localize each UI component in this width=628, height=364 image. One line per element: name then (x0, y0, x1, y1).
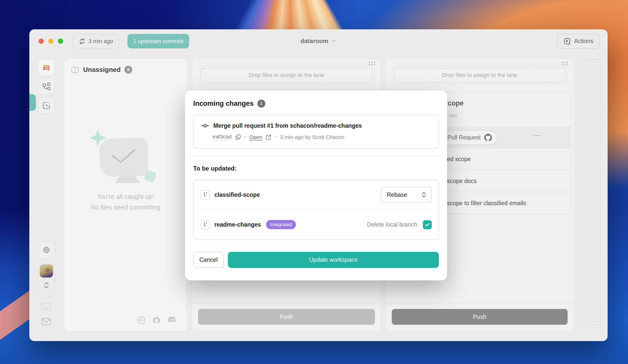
app-window: 3 min ago 1 upstream commits dataroom Ac… (29, 29, 608, 341)
incoming-changes-modal: Incoming changes 1 Merge pull request #1… (185, 90, 447, 280)
delete-local-branch-label: Delete local branch (367, 221, 417, 228)
cancel-button[interactable]: Cancel (193, 252, 224, 268)
keyboard-shortcuts-button[interactable] (41, 302, 52, 311)
branch-icon (200, 190, 210, 200)
branch-icon (200, 220, 210, 229)
modal-buttons: Cancel Update workspace (193, 252, 439, 268)
workbench-icon (42, 62, 51, 72)
mail-icon (41, 317, 51, 326)
external-link-icon[interactable] (266, 134, 272, 140)
commit-title: Merge pull request #1 from schacon/readm… (213, 122, 362, 129)
commit-icon (201, 122, 209, 129)
branch-card-title: cope (448, 99, 464, 107)
dropzone-hint: Drop files to assign to the lane (442, 72, 517, 79)
profile-switcher[interactable] (38, 262, 55, 298)
branch-name: readme-changes (214, 221, 261, 228)
sync-time-label: 3 min ago (88, 38, 113, 45)
unassigned-title: Unassigned (83, 66, 121, 74)
to-be-updated-label: To be updated: (193, 165, 237, 172)
branches-icon (42, 82, 51, 91)
user-avatar (40, 264, 53, 278)
minimize-button[interactable] (48, 38, 54, 44)
workspace-tab-button[interactable] (38, 59, 55, 76)
history-clock-icon (42, 101, 51, 110)
drag-grip-icon[interactable] (560, 61, 569, 66)
actions-button[interactable]: Actions (557, 34, 599, 49)
lane-center-footer: Push (192, 303, 381, 331)
zoom-button[interactable] (58, 38, 63, 44)
incoming-commit-card: Merge pull request #1 from schacon/readm… (193, 115, 439, 149)
strategy-select[interactable]: Rebase (381, 187, 432, 203)
discord-icon[interactable] (167, 316, 177, 324)
window-controls (38, 38, 63, 44)
commit-sha-link[interactable]: eaf3cad (213, 134, 232, 140)
titlebar: 3 min ago 1 upstream commits dataroom Ac… (29, 29, 608, 53)
modal-title-row: Incoming changes 1 (193, 100, 265, 108)
unassigned-panel: Unassigned 0 You're all caught up! No fi… (64, 58, 187, 332)
dropzone-right[interactable]: Drop files to assign to the lane (392, 66, 568, 85)
sync-button[interactable]: 3 min ago (73, 34, 119, 48)
empty-title: You're all caught up! (97, 191, 154, 202)
sync-icon (79, 38, 85, 45)
dropzone-center[interactable]: Drop files to assign to the lane (198, 66, 375, 85)
monitor-shape (99, 137, 149, 177)
modal-count-badge: 1 (257, 100, 265, 108)
caught-up-illustration (93, 133, 159, 191)
modal-title: Incoming changes (193, 100, 254, 108)
update-workspace-button[interactable]: Update workspace (228, 252, 439, 268)
branch-row-classified-scope: classified-scope Rebase (194, 180, 438, 210)
changelog-icon[interactable] (137, 316, 146, 325)
drawer-handle[interactable] (29, 94, 36, 111)
delete-branch-checkbox[interactable] (423, 220, 432, 229)
github-icon (484, 134, 492, 141)
branch-update-list: classified-scope Rebase readme-changes I… (193, 180, 439, 240)
unassigned-header: Unassigned 0 (64, 59, 187, 81)
modal-divider (185, 156, 447, 157)
select-chevrons-icon (421, 191, 427, 198)
open-source-icon[interactable] (152, 316, 161, 325)
close-button[interactable] (38, 38, 44, 44)
split-columns-icon (71, 66, 79, 73)
branches-tab-button[interactable] (38, 78, 55, 95)
empty-subtitle: No files need committing (91, 202, 161, 213)
branch-card-time: ago (449, 112, 457, 118)
copy-icon[interactable] (235, 134, 241, 140)
push-button-right[interactable]: Push (392, 309, 568, 325)
branch-row-readme-changes: readme-changes Integrated Delete local b… (194, 210, 438, 239)
dropzone-hint: Drop files to assign to the lane (249, 72, 324, 79)
empty-state: You're all caught up! No files need comm… (64, 133, 187, 213)
push-button-center[interactable]: Push (198, 309, 375, 325)
integrated-badge: Integrated (266, 220, 296, 229)
upstream-commits-badge[interactable]: 1 upstream commits (127, 34, 189, 48)
branch-name: classified-scope (214, 191, 260, 198)
lane-right-footer: Push (386, 303, 573, 331)
keyboard-icon (41, 302, 52, 311)
settings-button[interactable] (38, 242, 55, 259)
pr-open-link[interactable]: Open (249, 134, 262, 140)
commit-meta: 3 min ago by Scott Chacon (280, 134, 344, 140)
feedback-button[interactable] (41, 317, 51, 326)
branch-menu-button[interactable]: ⋯ (533, 131, 542, 140)
sparkle-square-icon (563, 37, 571, 45)
unassigned-count-badge: 0 (124, 66, 132, 74)
gear-icon (42, 246, 51, 255)
history-tab-button[interactable] (38, 97, 55, 114)
collapsed-lane-strip (576, 58, 602, 332)
chevron-down-icon[interactable] (331, 38, 336, 44)
up-down-chevron-icon (43, 281, 50, 289)
drag-grip-icon[interactable] (368, 61, 376, 66)
panel-footer-links (137, 316, 177, 325)
